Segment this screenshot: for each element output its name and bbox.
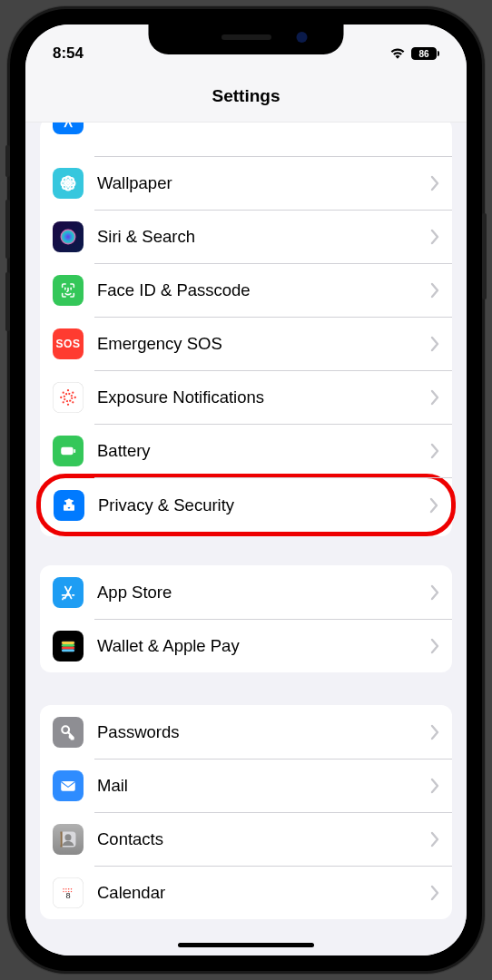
svg-point-46 [63, 890, 64, 891]
svg-point-22 [72, 401, 74, 403]
svg-point-44 [68, 888, 69, 889]
settings-row-calendar[interactable]: 8Calendar [40, 866, 452, 919]
chevron-right-icon [430, 229, 439, 245]
notch [149, 24, 344, 54]
accessibility-icon [53, 122, 84, 134]
siri-icon [53, 221, 84, 252]
volume-up-button [5, 200, 10, 259]
svg-point-39 [64, 834, 71, 840]
wifi-icon [389, 47, 406, 60]
svg-rect-33 [62, 646, 74, 649]
row-label: Contacts [97, 829, 430, 849]
svg-rect-32 [62, 643, 74, 646]
chevron-right-icon [430, 282, 439, 299]
privacy-icon [54, 490, 84, 521]
svg-rect-34 [62, 649, 74, 652]
chevron-right-icon [430, 336, 439, 352]
highlight-ring: Privacy & Security [36, 474, 456, 536]
settings-row-contacts[interactable]: Contacts [40, 812, 452, 866]
svg-point-19 [63, 391, 64, 393]
row-label: Accessibility [97, 122, 430, 123]
svg-point-16 [67, 403, 69, 405]
settings-row-passwords[interactable]: Passwords [40, 705, 452, 759]
svg-point-49 [71, 890, 72, 891]
svg-point-42 [63, 888, 64, 889]
status-time: 8:54 [53, 44, 84, 63]
svg-text:8: 8 [65, 891, 70, 900]
chevron-right-icon [430, 831, 439, 848]
page-title: Settings [212, 86, 280, 106]
row-label: Calendar [97, 883, 430, 903]
row-label: App Store [97, 583, 430, 603]
svg-point-17 [60, 396, 62, 397]
chevron-right-icon [430, 175, 439, 191]
settings-row-battery[interactable]: Battery [40, 424, 452, 477]
row-label: Mail [97, 776, 430, 796]
row-label: Wallpaper [97, 173, 430, 193]
calendar-icon: 8 [53, 877, 84, 908]
settings-row-app-store[interactable]: App Store [40, 565, 452, 619]
settings-list[interactable]: AccessibilityWallpaperSiri & SearchFace … [25, 122, 467, 956]
svg-rect-23 [61, 446, 73, 454]
row-label: Wallet & Apple Pay [97, 636, 430, 656]
svg-rect-24 [74, 448, 75, 452]
settings-group: App StoreWallet & Apple Pay [40, 565, 452, 672]
chevron-right-icon [430, 724, 439, 740]
key-icon [53, 717, 84, 748]
screen: 8:54 86 Settings AccessibilityWallpaperS… [25, 24, 467, 956]
row-label: Siri & Search [97, 227, 430, 247]
volume-down-button [5, 272, 10, 331]
battery-icon [53, 436, 84, 466]
settings-row-wallpaper[interactable]: Wallpaper [40, 156, 452, 210]
settings-group: AccessibilityWallpaperSiri & SearchFace … [40, 122, 452, 536]
chevron-right-icon [429, 497, 438, 514]
row-label: Exposure Notifications [97, 387, 430, 407]
chevron-right-icon [430, 443, 439, 459]
row-label: Battery [97, 441, 430, 461]
svg-point-11 [61, 229, 76, 244]
wallpaper-icon [53, 168, 84, 199]
row-label: Emergency SOS [97, 334, 430, 354]
settings-group: PasswordsMailContacts8Calendar [40, 705, 452, 919]
settings-row-emergency-sos[interactable]: SOSEmergency SOS [40, 317, 452, 370]
mail-icon [53, 770, 84, 801]
chevron-right-icon [430, 638, 439, 654]
exposure-icon [53, 382, 84, 413]
row-label: Privacy & Security [98, 495, 429, 515]
chevron-right-icon [430, 885, 439, 901]
svg-point-21 [63, 401, 64, 403]
sos-icon: SOS [53, 328, 84, 359]
wallet-icon [53, 631, 84, 662]
settings-row-privacy-security[interactable]: Privacy & Security [41, 478, 448, 532]
svg-point-43 [65, 888, 66, 889]
chevron-right-icon [430, 584, 439, 601]
svg-point-45 [71, 888, 72, 889]
svg-point-15 [67, 389, 69, 391]
settings-row-exposure-notifications[interactable]: Exposure Notifications [40, 370, 452, 424]
mute-switch [5, 145, 10, 177]
status-icons: 86 [389, 47, 439, 60]
side-button [482, 213, 487, 299]
contacts-icon [53, 824, 84, 855]
svg-point-36 [64, 728, 67, 730]
svg-point-18 [74, 396, 76, 397]
settings-row-siri-search[interactable]: Siri & Search [40, 210, 452, 263]
faceid-icon [53, 275, 84, 306]
chevron-right-icon [430, 389, 439, 406]
appstore-icon [53, 577, 84, 608]
settings-row-mail[interactable]: Mail [40, 759, 452, 812]
phone-frame: 8:54 86 Settings AccessibilityWallpaperS… [10, 9, 482, 971]
settings-row-accessibility[interactable]: Accessibility [40, 122, 452, 156]
nav-bar: Settings [25, 70, 467, 122]
svg-rect-40 [61, 831, 63, 847]
svg-line-29 [63, 597, 64, 599]
battery-pct: 86 [418, 49, 428, 59]
row-label: Face ID & Passcode [97, 280, 430, 300]
settings-row-faceid-passcode[interactable]: Face ID & Passcode [40, 263, 452, 317]
settings-row-wallet-applepay[interactable]: Wallet & Apple Pay [40, 619, 452, 672]
svg-point-14 [64, 393, 72, 400]
chevron-right-icon [430, 778, 439, 794]
home-indicator[interactable] [178, 943, 314, 947]
battery-indicator: 86 [411, 47, 439, 60]
svg-point-20 [72, 391, 74, 393]
